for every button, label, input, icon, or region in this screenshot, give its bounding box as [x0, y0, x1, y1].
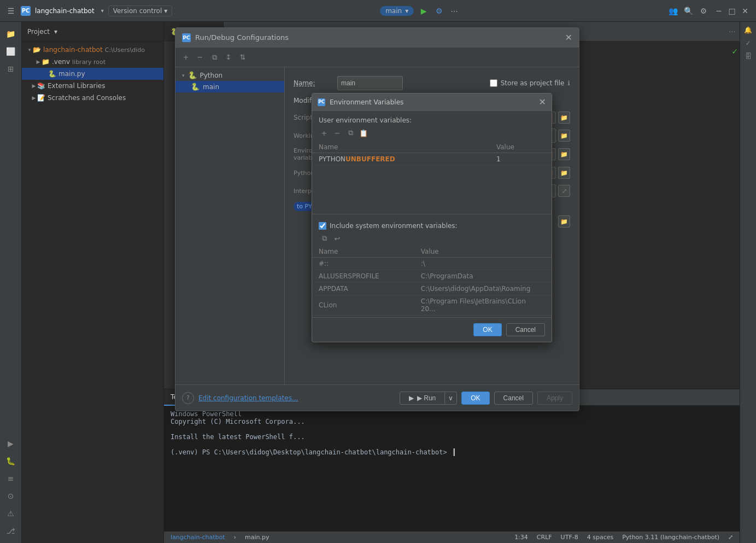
remove-config-button[interactable]: −	[194, 51, 206, 63]
script-browse-button[interactable]: 📁	[558, 112, 570, 124]
tree-item-venv[interactable]: ▶ 📁 .venv library root	[22, 56, 163, 68]
tree-label-root: langchain-chatbot	[43, 46, 103, 54]
tree-main-config[interactable]: 🐍 main	[175, 81, 284, 92]
user-env-copy-button[interactable]: ⧉	[345, 127, 356, 138]
project-sidebar: Project ▾ ▾ 📂 langchain-chatbot C:\Users…	[22, 22, 164, 543]
add-config-button[interactable]: +	[180, 51, 192, 63]
tab-more-button[interactable]: ⋯	[724, 28, 740, 36]
more-actions-button[interactable]: ⋯	[449, 5, 460, 16]
vcs-widget[interactable]: Version control ▾	[108, 5, 173, 16]
dialog-bottom-right: ▶ ▶ Run ∨ OK Cancel Apply	[400, 392, 572, 405]
terminal-line-2: Copyright (C) Microsoft Corpora...	[171, 418, 733, 425]
ok-button[interactable]: OK	[461, 392, 489, 405]
tree-python-group[interactable]: ▾ 🐍 Python	[175, 69, 284, 81]
hamburger-icon[interactable]: ☰	[5, 5, 16, 16]
settings-icon[interactable]: ⚙	[698, 5, 709, 16]
run-config-widget[interactable]: main ▾	[380, 6, 414, 16]
status-expand-icon[interactable]: ⤢	[726, 534, 735, 541]
vcs-right-icon[interactable]: ✓	[742, 37, 754, 49]
status-project[interactable]: langchain-chatbot	[168, 534, 227, 541]
editor-area: 🐍 main.py ✕ ⋯ 1 2 # This is a sample Pyt…	[164, 22, 740, 543]
run-debug-dialog-icon: PC	[182, 33, 191, 42]
search-icon[interactable]: 🔍	[683, 5, 694, 16]
env-dialog-close-button[interactable]: ✕	[539, 97, 546, 107]
run-debug-dialog-title: Run/Debug Configurations	[195, 33, 565, 42]
terminal-prompt[interactable]: (.venv) PS C:\Users\didog\Desktop\langch…	[171, 448, 733, 456]
apply-button[interactable]: Apply	[537, 392, 572, 405]
sys-var-value-0: :\	[414, 258, 538, 270]
plugins-icon[interactable]: ⊞	[3, 61, 19, 77]
main-config-icon: 🐍	[191, 83, 200, 91]
maximize-button[interactable]: □	[726, 5, 737, 16]
run-icon[interactable]: ▶	[3, 436, 19, 451]
run-button[interactable]: ▶ ▶ Run	[400, 392, 444, 404]
sys-env-undo-button[interactable]: ↩	[332, 233, 343, 244]
sys-env-checkbox-row: Include system environment variables:	[312, 219, 552, 233]
structure-icon[interactable]: ⬜	[3, 44, 19, 59]
env-vars-browse-button[interactable]: 📁	[558, 148, 570, 160]
deploy-icon[interactable]: ⊙	[3, 488, 19, 504]
status-position[interactable]: 1:34	[512, 534, 530, 541]
working-dir-browse-button[interactable]: 📁	[558, 130, 570, 142]
notification-icon[interactable]: 🔔	[742, 24, 754, 36]
project-name[interactable]: langchain-chatbot	[35, 7, 95, 15]
tree-item-root[interactable]: ▾ 📂 langchain-chatbot C:\Users\dido	[22, 44, 163, 56]
collab-icon[interactable]: 👥	[667, 5, 678, 16]
status-encoding[interactable]: UTF-8	[559, 534, 581, 541]
debug-button[interactable]: ⚙	[433, 5, 444, 16]
env-folder-button[interactable]: 📁	[558, 215, 570, 227]
expand-arrow-scratch: ▶	[31, 95, 37, 101]
user-env-add-button[interactable]: +	[319, 127, 330, 138]
debug-sidebar-icon[interactable]: 🐛	[3, 453, 19, 469]
user-env-paste-button[interactable]: 📋	[358, 127, 369, 138]
env-cancel-button[interactable]: Cancel	[506, 323, 545, 336]
git-icon[interactable]: ⎇	[3, 523, 19, 539]
copy-config-button[interactable]: ⧉	[208, 51, 220, 63]
sort-config-button[interactable]: ⇅	[237, 51, 249, 63]
python-group-icon: 🐍	[188, 71, 197, 79]
tree-item-ext-lib[interactable]: ▶ 📚 External Libraries	[22, 80, 163, 92]
user-table-value-header: Value	[490, 142, 552, 153]
db-icon[interactable]: 🗄	[742, 50, 754, 62]
file-ok-indicator: ✓	[732, 46, 737, 56]
sidebar-dropdown[interactable]: ▾	[54, 28, 57, 36]
run-debug-dialog-close[interactable]: ✕	[565, 32, 572, 43]
cancel-button[interactable]: Cancel	[494, 392, 533, 405]
interpreter-options-expand-button[interactable]: ⤢	[558, 185, 570, 197]
minimize-button[interactable]: ─	[713, 5, 724, 16]
status-crlf[interactable]: CRLF	[535, 534, 554, 541]
user-env-row-0[interactable]: PYTHONUNBUFFERED 1	[312, 153, 552, 166]
sys-env-copy-button[interactable]: ⧉	[319, 233, 330, 244]
user-env-remove-button[interactable]: −	[332, 127, 343, 138]
tree-item-scratches[interactable]: ▶ 📝 Scratches and Consoles	[22, 92, 163, 104]
status-file[interactable]: main.py	[243, 534, 271, 541]
terminal-content[interactable]: Windows PowerShell Copyright (C) Microso…	[164, 406, 740, 531]
store-as-project-help[interactable]: ℹ	[567, 79, 570, 87]
env-ok-button[interactable]: OK	[473, 323, 501, 336]
problems-icon[interactable]: ⚠	[3, 506, 19, 521]
help-button[interactable]: ?	[182, 392, 194, 404]
store-as-project-checkbox[interactable]	[490, 79, 497, 87]
folder-icon-venv: 📁	[42, 58, 50, 66]
run-dropdown-button[interactable]: ∨	[445, 392, 456, 404]
sys-env-table: Name Value #:: :\	[312, 246, 552, 317]
status-python[interactable]: Python 3.11 (langchain-chatbot)	[620, 534, 722, 541]
env-variables-dialog[interactable]: PC Environment Variables ✕ User environm…	[312, 93, 552, 342]
move-config-button[interactable]: ↕	[222, 51, 235, 63]
play-button[interactable]: ▶	[418, 5, 429, 16]
sys-env-row-3: CLion C:\Program Files\JetBrains\CLion 2…	[312, 295, 552, 316]
status-indent[interactable]: 4 spaces	[585, 534, 616, 541]
include-sys-env-checkbox[interactable]	[319, 222, 326, 230]
user-table-name-header: Name	[312, 142, 490, 153]
project-dropdown-arrow[interactable]: ▾	[101, 8, 104, 14]
env-dialog-title: Environment Variables	[330, 98, 535, 106]
edit-templates-link[interactable]: Edit configuration templates...	[198, 394, 298, 402]
python-interpreter-browse-button[interactable]: 📁	[558, 167, 570, 179]
project-view-icon[interactable]: 📁	[3, 26, 19, 42]
layers-icon[interactable]: ≡	[3, 471, 19, 486]
close-button[interactable]: ✕	[740, 5, 751, 16]
tree-item-main-py[interactable]: 🐍 main.py	[22, 68, 163, 80]
name-input[interactable]	[337, 76, 403, 90]
expand-arrow-root: ▾	[26, 47, 33, 52]
sys-env-toolbar: ⧉ ↩	[312, 233, 552, 246]
